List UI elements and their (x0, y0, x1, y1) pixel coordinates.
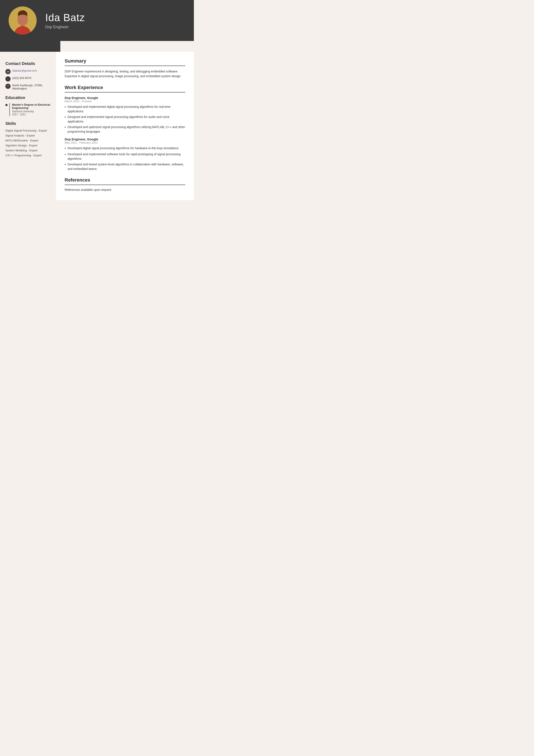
education-item-0: Master's Degree in Electrical Engineerin… (5, 103, 51, 116)
skill-item: System Modeling - Expert (5, 149, 51, 152)
job-bullet-item: Developed and implemented digital signal… (64, 105, 185, 114)
job-bullet-item: Developed digital signal processing algo… (64, 146, 185, 151)
avatar (9, 7, 37, 35)
skill-item: C/C++ Programming - Expert (5, 154, 51, 157)
skills-section-title: Skills (5, 121, 51, 126)
sidebar: Contact Details ✉ idabatz@gmail.com 📞 (4… (0, 52, 56, 200)
triangle-filler (60, 41, 194, 52)
references-section-title: References (64, 177, 185, 185)
job-title-0: Dsp Engineer, Google (64, 96, 185, 100)
skill-item: MATLAB/Simulink - Expert (5, 139, 51, 142)
summary-text: DSP Engineer experienced in designing, t… (64, 69, 185, 79)
location-icon: 📍 (5, 84, 11, 89)
phone-icon: 📞 (5, 76, 11, 82)
edu-bullet-icon (5, 104, 8, 106)
education-section-title: Education (5, 95, 51, 100)
job-bullets-0: Developed and implemented digital signal… (64, 105, 185, 134)
header-info: Ida Batz Dsp Engineer (45, 12, 85, 29)
phone-text: (422) 843 6070 (12, 76, 31, 80)
main-content: Summary DSP Engineer experienced in desi… (56, 52, 194, 200)
contact-phone-item: 📞 (422) 843 6070 (5, 76, 51, 82)
job-dates-0: March 2023 - Present (64, 100, 185, 103)
email-link[interactable]: idabatz@gmail.com (12, 69, 37, 72)
job-bullets-1: Developed digital signal processing algo… (64, 146, 185, 171)
contact-email-item: ✉ idabatz@gmail.com (5, 69, 51, 74)
email-icon: ✉ (5, 69, 11, 74)
edu-years: 2017 - 2021 (12, 113, 51, 116)
skills-list: Digital Signal Processing - ExpertSignal… (5, 129, 51, 157)
triangle-shape (0, 41, 60, 52)
job-bullet-item: Developed and tested system-level algori… (64, 162, 185, 171)
candidate-title: Dsp Engineer (45, 25, 85, 29)
content-layout: Contact Details ✉ idabatz@gmail.com 📞 (4… (0, 52, 194, 200)
header: Ida Batz Dsp Engineer (0, 0, 194, 41)
job-bullet-item: Developed and implemented software tools… (64, 152, 185, 161)
skill-item: Signal Analysis - Expert (5, 134, 51, 137)
contact-location-item: 📍 North Karliburgh, 27056, Washington (5, 84, 51, 90)
job-dates-1: May 2021 - February 2023 (64, 141, 185, 144)
job-bullet-item: Designed and implemented signal processi… (64, 115, 185, 124)
skill-item: Digital Signal Processing - Expert (5, 129, 51, 132)
edu-school: Stanford University (12, 110, 51, 113)
job-title-1: Dsp Engineer, Google (64, 137, 185, 141)
location-text: North Karliburgh, 27056, Washington (12, 84, 43, 90)
triangle-bg (0, 41, 60, 52)
summary-section-title: Summary (64, 58, 185, 66)
skill-item: Algorithm Design - Expert (5, 144, 51, 147)
candidate-name: Ida Batz (45, 12, 85, 23)
job-bullet-item: Developed and optimized signal processin… (64, 125, 185, 134)
edu-content: Master's Degree in Electrical Engineerin… (9, 103, 51, 116)
triangle-decoration-row (0, 41, 194, 52)
contact-section-title: Contact Details (5, 61, 51, 66)
jobs-list: Dsp Engineer, GoogleMarch 2023 - Present… (64, 96, 185, 171)
work-section-title: Work Experience (64, 85, 185, 93)
edu-degree: Master's Degree in Electrical Engineerin… (12, 103, 51, 110)
references-text: References available upon request (64, 188, 185, 192)
